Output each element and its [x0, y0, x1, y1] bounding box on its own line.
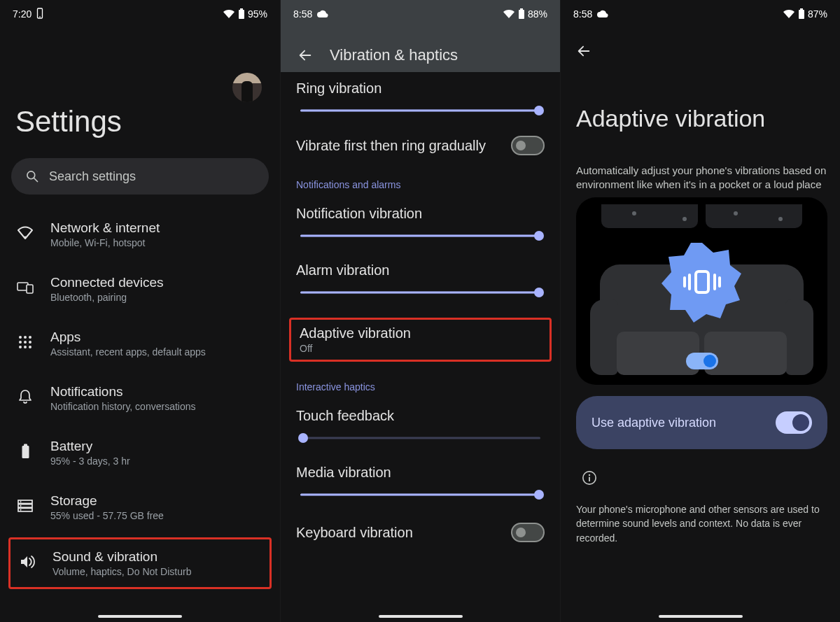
- use-adaptive-vibration-card[interactable]: Use adaptive vibration: [576, 396, 827, 449]
- svg-point-13: [24, 341, 27, 344]
- vibrate-first-toggle[interactable]: [511, 136, 545, 155]
- svg-rect-1: [39, 16, 41, 17]
- row-sub: Off: [300, 343, 541, 354]
- screen-adaptive-vibration: 8:58 87% Adaptive vibration Automaticall…: [560, 0, 840, 622]
- status-bar: 7:20 95%: [0, 0, 280, 28]
- screen-vibration-haptics: 8:58 88% Vibration & haptics Ring vibrat…: [280, 0, 560, 622]
- profile-avatar[interactable]: [232, 73, 262, 102]
- row-title: Alarm vibration: [296, 262, 545, 278]
- privacy-note: Your phone's microphone and other sensor…: [576, 502, 827, 545]
- row-adaptive-vibration[interactable]: Adaptive vibration Off: [289, 318, 552, 362]
- item-title: Connected devices: [50, 275, 164, 290]
- back-button[interactable]: [572, 39, 596, 63]
- item-sub: 95% - 3 days, 3 hr: [50, 455, 130, 467]
- item-network[interactable]: Network & internetMobile, Wi-Fi, hotspot: [0, 207, 280, 262]
- back-button[interactable]: [293, 43, 317, 67]
- nav-bar-handle[interactable]: [659, 615, 743, 618]
- touch-feedback-slider[interactable]: [296, 428, 545, 448]
- item-sound-vibration[interactable]: Sound & vibrationVolume, haptics, Do Not…: [8, 537, 272, 589]
- page-title: Vibration & haptics: [330, 46, 458, 64]
- row-ring-vibration[interactable]: Ring vibration: [281, 80, 560, 120]
- item-sub: Notification history, conversations: [50, 401, 196, 412]
- nav-bar-handle[interactable]: [98, 615, 182, 618]
- nav-bar-handle[interactable]: [379, 615, 463, 618]
- alarm-vibration-slider[interactable]: [296, 283, 545, 302]
- row-touch-feedback[interactable]: Touch feedback: [281, 408, 560, 448]
- status-time: 8:58: [573, 8, 592, 20]
- screen-settings: 7:20 95% Settings Search settings Networ…: [0, 0, 280, 622]
- status-bar: 8:58 88%: [281, 0, 560, 28]
- svg-rect-37: [589, 477, 590, 481]
- svg-rect-28: [799, 10, 804, 19]
- status-time: 7:20: [13, 8, 31, 20]
- use-adaptive-vibration-toggle[interactable]: [776, 411, 812, 434]
- svg-point-36: [589, 474, 590, 476]
- svg-line-5: [34, 178, 38, 182]
- svg-point-24: [20, 505, 22, 507]
- row-vibrate-first[interactable]: Vibrate first then ring gradually: [281, 136, 560, 155]
- row-title: Adaptive vibration: [300, 325, 541, 341]
- item-notifications[interactable]: NotificationsNotification history, conve…: [0, 371, 280, 425]
- row-title: Touch feedback: [296, 408, 545, 424]
- media-vibration-slider[interactable]: [296, 485, 545, 504]
- item-sub: 55% used - 57.75 GB free: [50, 510, 164, 521]
- info-icon: [582, 470, 597, 488]
- item-sub: Assistant, recent apps, default apps: [50, 346, 206, 358]
- svg-rect-29: [800, 8, 803, 10]
- svg-point-6: [24, 236, 26, 238]
- svg-point-25: [20, 509, 22, 511]
- apps-grid-icon: [15, 335, 35, 352]
- wifi-icon: [223, 9, 235, 19]
- row-keyboard-vibration[interactable]: Keyboard vibration: [281, 523, 560, 542]
- item-apps[interactable]: AppsAssistant, recent apps, default apps: [0, 316, 280, 371]
- row-title: Vibrate first then ring gradually: [296, 138, 486, 154]
- bell-icon: [15, 389, 35, 407]
- battery-icon: [518, 8, 525, 20]
- item-battery[interactable]: Battery95% - 3 days, 3 hr: [0, 425, 280, 480]
- ring-vibration-slider[interactable]: [296, 101, 545, 120]
- cloud-icon: [596, 10, 609, 18]
- svg-rect-2: [239, 10, 244, 19]
- cloud-icon: [316, 10, 329, 18]
- row-title: Keyboard vibration: [296, 525, 413, 541]
- app-bar: 8:58 88% Vibration & haptics: [281, 0, 560, 72]
- svg-point-17: [29, 346, 31, 348]
- section-notifications-alarms: Notifications and alarms: [281, 179, 560, 190]
- row-media-vibration[interactable]: Media vibration: [281, 465, 560, 504]
- wifi-icon: [783, 9, 795, 19]
- svg-rect-19: [24, 444, 27, 446]
- wifi-icon: [15, 226, 35, 243]
- keyboard-vibration-toggle[interactable]: [511, 523, 545, 542]
- devices-icon: [15, 281, 35, 297]
- item-title: Sound & vibration: [52, 549, 191, 565]
- page-title: Settings: [15, 105, 122, 139]
- volume-icon: [18, 554, 37, 572]
- svg-point-11: [29, 336, 31, 339]
- item-title: Network & internet: [50, 220, 160, 236]
- svg-point-15: [19, 346, 22, 348]
- item-sub: Mobile, Wi-Fi, hotspot: [50, 237, 160, 248]
- device-icon: [36, 8, 44, 21]
- svg-point-12: [19, 341, 22, 344]
- svg-rect-26: [519, 10, 524, 19]
- card-label: Use adaptive vibration: [592, 416, 716, 430]
- item-title: Storage: [50, 493, 164, 509]
- battery-level: 95%: [248, 8, 267, 20]
- settings-list: Network & internetMobile, Wi-Fi, hotspot…: [0, 207, 280, 622]
- status-bar: 8:58 87%: [561, 0, 840, 28]
- battery-icon: [15, 444, 35, 462]
- search-icon: [25, 169, 39, 183]
- item-title: Apps: [50, 330, 206, 345]
- item-storage[interactable]: Storage55% used - 57.75 GB free: [0, 480, 280, 535]
- row-alarm-vibration[interactable]: Alarm vibration: [281, 262, 560, 302]
- svg-point-9: [19, 336, 22, 339]
- svg-point-16: [24, 346, 27, 348]
- page-title: Adaptive vibration: [576, 105, 825, 132]
- item-title: Notifications: [50, 384, 196, 400]
- svg-point-14: [29, 341, 31, 344]
- search-input[interactable]: Search settings: [11, 158, 269, 195]
- vibration-burst-icon: [657, 236, 748, 330]
- row-notification-vibration[interactable]: Notification vibration: [281, 206, 560, 246]
- item-connected-devices[interactable]: Connected devicesBluetooth, pairing: [0, 262, 280, 316]
- notification-vibration-slider[interactable]: [296, 226, 545, 246]
